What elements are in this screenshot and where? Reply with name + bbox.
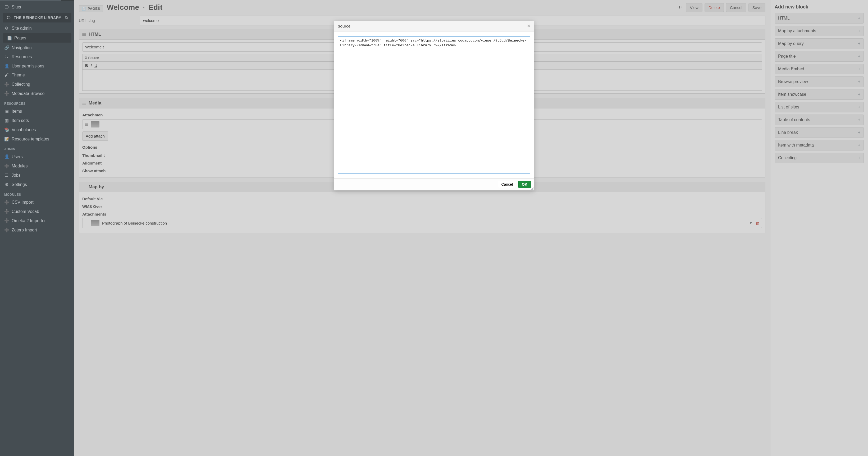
modal-title: Source [338,24,350,28]
source-modal: Source ✕ Cancel OK [334,21,534,190]
source-textarea[interactable] [338,36,530,174]
close-icon[interactable]: ✕ [527,24,530,29]
modal-cancel-button[interactable]: Cancel [498,181,516,188]
modal-scrim[interactable]: Source ✕ Cancel OK [0,0,868,456]
modal-ok-button[interactable]: OK [518,181,531,188]
